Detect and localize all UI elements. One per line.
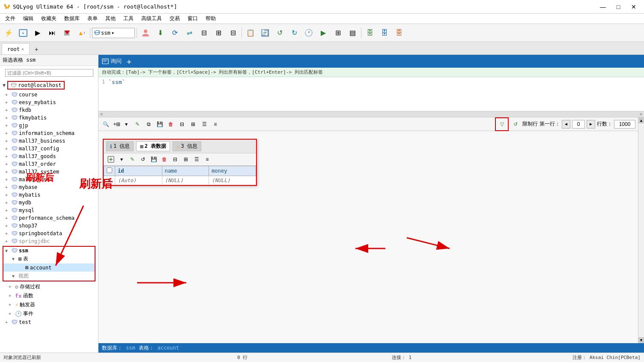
tree-root-item[interactable]: ▼ root@localhost: [0, 80, 98, 91]
tree-db-mall37sys[interactable]: + mall37_system: [0, 168, 98, 176]
tree-db-mall37goods[interactable]: + mall37_goods: [0, 153, 98, 160]
result-add-btn[interactable]: +⊞: [112, 120, 122, 129]
tree-db-springjdbc[interactable]: + springjdbc: [0, 237, 98, 245]
dt-export-btn[interactable]: ⊟: [170, 155, 180, 164]
toolbar-play2-btn[interactable]: ▶: [316, 26, 330, 40]
menu-window[interactable]: 窗口: [184, 14, 201, 23]
toolbar-schema2-btn[interactable]: 🔄: [258, 26, 272, 40]
tree-db-springboot[interactable]: + springbootdata: [0, 230, 98, 237]
toolbar-layout-btn[interactable]: ⊞: [331, 26, 345, 40]
menu-transaction[interactable]: 交易: [166, 14, 183, 23]
tree-table-account[interactable]: ⊞ account: [3, 263, 95, 272]
dt-grid-btn[interactable]: ⊞: [181, 155, 191, 164]
tree-db-mybase[interactable]: + mybase: [0, 183, 98, 191]
refresh-result-btn[interactable]: ↺: [510, 119, 521, 129]
tree-db-mall37conf[interactable]: + mall37_config: [0, 145, 98, 153]
toolbar-table-btn[interactable]: ⊟: [197, 26, 211, 40]
tree-db-perfschema[interactable]: + performance_schema: [0, 214, 98, 222]
scroll-left-arrow[interactable]: <: [100, 112, 103, 117]
toolbar-db-green-btn[interactable]: 🗄: [363, 26, 377, 40]
tree-functions[interactable]: + fx 函数: [0, 291, 98, 300]
query-editor-area[interactable]: 1 `ssm`: [98, 77, 644, 111]
minimize-button[interactable]: —: [596, 0, 610, 14]
col-name[interactable]: name: [162, 166, 209, 176]
dt-add-dropdown-btn[interactable]: ▾: [117, 155, 126, 164]
result-dropdown-btn[interactable]: ▾: [122, 120, 131, 129]
tree-db-fkdb[interactable]: + fkdb: [0, 106, 98, 114]
result-filter-btn[interactable]: 🔍: [101, 120, 110, 129]
tree-db-infschema[interactable]: + information_schema: [0, 129, 98, 137]
close-button[interactable]: ✕: [627, 0, 641, 14]
toolbar-sync-btn[interactable]: ⇌: [182, 26, 196, 40]
toolbar-export-btn[interactable]: ⟳: [168, 26, 182, 40]
tree-db-shop37[interactable]: + shop37: [0, 222, 98, 230]
toolbar-db-alert-btn[interactable]: ▲!: [75, 26, 88, 40]
menu-edit[interactable]: 编辑: [20, 14, 37, 23]
menu-favorites[interactable]: 收藏夹: [38, 14, 60, 23]
result-list2-btn[interactable]: ≡: [211, 120, 220, 129]
result-delete-btn[interactable]: 🗑: [166, 120, 176, 129]
tree-db-ssm[interactable]: ▼ ssm: [3, 247, 95, 254]
toolbar-connect-btn[interactable]: ⚡: [2, 26, 15, 40]
toolbar-execute-btn[interactable]: ▶: [31, 26, 45, 40]
filter-green-btn[interactable]: ▽: [497, 119, 507, 129]
result-save-btn[interactable]: 💾: [155, 120, 164, 129]
toolbar-import-btn[interactable]: ⬇: [153, 26, 167, 40]
col-money[interactable]: money: [209, 166, 256, 176]
tree-db-mall37user[interactable]: + mall37_user: [0, 176, 98, 183]
scroll-down-btn[interactable]: ▼: [638, 337, 644, 343]
tree-views-group[interactable]: ▼ 视图: [3, 272, 95, 281]
menu-table[interactable]: 表单: [84, 14, 101, 23]
tree-db-gjp[interactable]: + gjp: [0, 122, 98, 129]
menu-database[interactable]: 数据库: [61, 14, 83, 23]
filter-input[interactable]: [5, 69, 93, 77]
prev-row-btn[interactable]: ◄: [562, 120, 570, 129]
toolbar-refresh-btn[interactable]: ↺: [273, 26, 286, 40]
dt-refresh-btn[interactable]: ↺: [138, 155, 148, 164]
toolbar-schema1-btn[interactable]: 📋: [244, 26, 257, 40]
data-tab-2-tabledata[interactable]: ⊞ 2 表数据: [136, 141, 170, 151]
tree-db-fkmybatis[interactable]: + fkmybatis: [0, 114, 98, 122]
query-tab-1[interactable]: 询问: [102, 57, 122, 65]
dt-edit-btn[interactable]: ✎: [128, 155, 137, 164]
toolbar-grid-btn[interactable]: ⊞: [212, 26, 225, 40]
db-selector[interactable]: ssm ▾: [92, 28, 135, 38]
maximize-button[interactable]: □: [611, 0, 625, 14]
toolbar-layout2-btn[interactable]: ▤: [346, 26, 359, 40]
dt-list2-btn[interactable]: ≡: [203, 155, 212, 164]
toolbar-new-conn-btn[interactable]: +: [16, 26, 30, 40]
tab-close-btn[interactable]: ✕: [21, 47, 24, 51]
add-query-tab-btn[interactable]: +: [127, 57, 131, 66]
toolbar-user-btn[interactable]: [139, 26, 152, 40]
dt-delete-btn[interactable]: 🗑: [160, 155, 169, 164]
vertical-scrollbar[interactable]: ▲ ▼: [638, 117, 644, 343]
horizontal-scrollbar[interactable]: < >: [98, 111, 644, 117]
tree-db-mall37order[interactable]: + mall37_order: [0, 160, 98, 168]
col-id[interactable]: id: [115, 166, 162, 176]
tree-events[interactable]: + 🕐 事件: [0, 309, 98, 318]
tree-db-course[interactable]: + course: [0, 91, 98, 99]
menu-other[interactable]: 其他: [102, 14, 119, 23]
result-copy-btn[interactable]: ⧉: [144, 120, 153, 129]
row-count-input[interactable]: [614, 120, 635, 129]
toolbar-skip-btn[interactable]: ⏭: [45, 26, 59, 40]
tree-db-mydb[interactable]: + mydb: [0, 199, 98, 206]
toolbar-form-btn[interactable]: ⊟: [226, 26, 240, 40]
tree-db-test[interactable]: + test: [0, 318, 98, 326]
result-edit-btn[interactable]: ✎: [133, 120, 142, 129]
result-grid-btn[interactable]: ⊞: [188, 120, 198, 129]
menu-file[interactable]: 文件: [2, 14, 19, 23]
toolbar-db-blue-btn[interactable]: 🗄: [378, 26, 391, 40]
cell-name[interactable]: (NULL): [162, 176, 209, 185]
add-tab-btn[interactable]: +: [31, 44, 42, 54]
toolbar-clock-btn[interactable]: 🕐: [302, 26, 316, 40]
toolbar-stop-btn[interactable]: [60, 26, 74, 40]
dt-add-btn[interactable]: [106, 155, 116, 164]
tree-db-mysql[interactable]: + mysql: [0, 206, 98, 214]
dt-list-btn[interactable]: ☰: [192, 155, 201, 164]
dt-save-btn[interactable]: 💾: [149, 155, 158, 164]
data-tab-3-info[interactable]: ⚠ 3 信息: [173, 141, 201, 151]
first-row-input[interactable]: [572, 120, 585, 129]
cell-money[interactable]: (NULL): [209, 176, 256, 185]
result-export-btn[interactable]: ⊟: [177, 120, 187, 129]
